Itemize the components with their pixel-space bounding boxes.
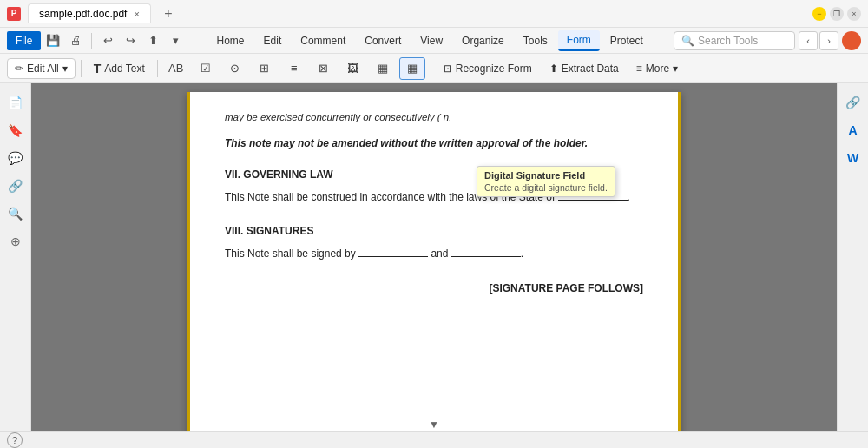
edit-all-button[interactable]: ✏ Edit All ▾ [7,58,76,79]
menu-convert[interactable]: Convert [356,31,410,50]
save-icon[interactable]: 💾 [43,30,63,51]
right-panel-ai-icon[interactable]: A [841,118,865,142]
extract-label: Extract Data [562,63,619,75]
recognize-label: Recognize Form [456,63,532,75]
menu-comment[interactable]: Comment [292,31,354,50]
more-toolbar-icon[interactable]: ▾ [165,30,186,51]
recognize-form-button[interactable]: ⊡ Recognize Form [437,59,539,78]
nav-buttons: ‹ › [799,31,838,50]
left-sidebar: 📄 🔖 💬 🔗 🔍 ⊕ [0,83,31,431]
more-button[interactable]: ≡ More ▾ [629,59,685,78]
bold-italic-text: This note may not be amended without the… [225,135,643,152]
separator [91,33,92,49]
menu-view[interactable]: View [411,31,451,50]
add-text-button[interactable]: T Add Text [87,58,152,79]
undo-icon[interactable]: ↩ [97,30,118,51]
nav-back-button[interactable]: ‹ [799,31,818,50]
text-icon: T [94,62,102,76]
toolbar-sep-1 [81,60,82,77]
section8-and: and [431,247,448,260]
new-tab-button[interactable]: + [158,3,179,24]
right-panel-connect-icon[interactable]: 🔗 [841,90,865,115]
document-area: may be exercised concurrently or consecu… [31,83,837,431]
section7-blank [558,200,628,201]
edit-all-dropdown-icon: ▾ [62,63,68,75]
close-button[interactable]: × [847,7,861,21]
title-bar: P sample.pdf.doc.pdf × + − ❐ × [0,0,868,28]
right-panel: 🔗 A W [837,83,868,431]
button-tool[interactable]: ⊠ [311,57,337,80]
sidebar-search-icon[interactable]: 🔍 [3,201,28,226]
section8-text: This Note shall be signed by and . [225,245,643,262]
menu-protect[interactable]: Protect [602,31,652,50]
radio-tool[interactable]: ⊙ [222,57,248,80]
tooltip-box: Digital Signature Field Create a digital… [477,166,615,197]
tab-filename: sample.pdf.doc.pdf [39,8,127,20]
search-icon: 🔍 [681,35,694,47]
edit-all-label: Edit All [27,63,59,75]
upload-icon[interactable]: ⬆ [142,30,163,51]
close-tab-button[interactable]: × [134,9,139,19]
menu-left: File 💾 🖨 ↩ ↪ ⬆ ▾ [7,30,186,51]
restore-button[interactable]: ❐ [830,7,844,21]
text-field-tool[interactable]: AB [163,57,189,80]
more-label: More [646,63,669,75]
recognize-icon: ⊡ [444,63,452,75]
nav-forward-button[interactable]: › [819,31,838,50]
profile-avatar[interactable] [842,31,861,50]
date-tool[interactable]: ▦ [370,57,396,80]
menu-home[interactable]: Home [208,31,253,50]
sidebar-layers-icon[interactable]: ⊕ [3,229,28,254]
menu-edit[interactable]: Edit [255,31,291,50]
toolbar-sep-2 [157,60,158,77]
menu-right: 🔍 Search Tools ‹ › [674,31,861,50]
page-content: may be exercised concurrently or consecu… [225,109,643,297]
edit-icon: ✏ [15,63,23,75]
extract-data-button[interactable]: ⬆ Extract Data [542,59,626,78]
right-panel-word-icon[interactable]: W [841,146,865,170]
search-placeholder: Search Tools [698,35,758,47]
menu-form[interactable]: Form [558,30,600,51]
section8-blank1 [358,256,428,257]
section8-blank2 [451,256,521,257]
extract-icon: ⬆ [549,63,558,75]
menu-bar: File 💾 🖨 ↩ ↪ ⬆ ▾ Home Edit Comment Conve… [0,28,868,54]
more-dropdown-icon: ▾ [673,63,678,75]
add-text-label: Add Text [104,63,144,75]
combo-tool[interactable]: ⊞ [252,57,278,80]
list-tool[interactable]: ≡ [281,57,307,80]
window-controls: − ❐ × [812,7,861,21]
menu-organize[interactable]: Organize [453,31,513,50]
toolbar-sep-3 [431,60,431,77]
search-tools[interactable]: 🔍 Search Tools [674,31,795,50]
sidebar-thumbnail-icon[interactable]: 📄 [3,90,28,115]
section8-header: VIII. SIGNATURES [225,223,643,240]
tooltip-container: Digital Signature Field Create a digital… [477,166,615,197]
app-icon: P [7,7,21,21]
file-menu[interactable]: File [7,31,41,50]
tooltip-description: Create a digital signature field. [484,182,608,193]
tab[interactable]: sample.pdf.doc.pdf × [28,3,151,23]
top-text: may be exercised concurrently or consecu… [225,109,643,125]
menu-center: Home Edit Comment Convert View Organize … [186,30,674,51]
help-button[interactable]: ? [7,432,23,448]
sidebar-comment-icon[interactable]: 💬 [3,146,28,170]
checkbox-tool[interactable]: ☑ [193,57,219,80]
scroll-down-arrow[interactable]: ▼ [429,418,439,431]
sig-field-tool[interactable]: ▦ [399,57,425,80]
pdf-page: may be exercised concurrently or consecu… [187,92,681,431]
image-tool[interactable]: 🖼 [340,57,366,80]
menu-tools[interactable]: Tools [515,31,556,50]
sidebar-bookmark-icon[interactable]: 🔖 [3,118,28,142]
print-icon[interactable]: 🖨 [65,30,86,51]
minimize-button[interactable]: − [812,7,826,21]
more-icon: ≡ [636,63,642,75]
sidebar-attachment-icon[interactable]: 🔗 [3,174,28,198]
main-area: 📄 🔖 💬 🔗 🔍 ⊕ may be exercised concurrentl… [0,83,868,431]
bottom-bar: ? ▼ [0,431,868,448]
signature-line: [SIGNATURE PAGE FOLLOWS] [225,280,643,297]
redo-icon[interactable]: ↪ [120,30,141,51]
form-toolbar: ✏ Edit All ▾ T Add Text AB ☑ ⊙ ⊞ ≡ ⊠ 🖼 ▦… [0,54,868,83]
tooltip-title: Digital Signature Field [484,170,608,181]
